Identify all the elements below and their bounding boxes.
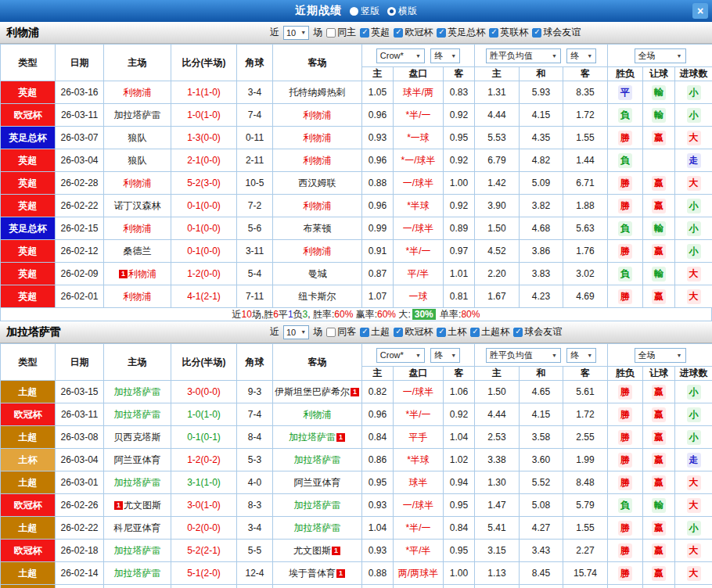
team-name: 狼队 — [128, 132, 147, 143]
result-goals-cell: 大 — [675, 494, 712, 517]
avg-draw-odds: 4.65 — [520, 381, 563, 403]
match-row: 土杯26-03-04阿兰亚体育1-2(0-2)5-3加拉塔萨雷0.86*半球1.… — [1, 449, 712, 471]
match-date: 26-02-15 — [56, 217, 104, 240]
league-filter[interactable]: 球会友谊 — [532, 26, 581, 39]
near-label: 近 — [270, 325, 279, 339]
result-pill: 小 — [687, 407, 701, 422]
league-filter[interactable]: 英联杯 — [489, 26, 528, 39]
league-filter[interactable]: 欧冠杯 — [394, 325, 433, 339]
away-team-cell: 埃于普体育1 — [273, 562, 362, 585]
chevron-down-icon: ▼ — [677, 53, 682, 59]
result-wdl-cell: 勝 — [608, 585, 643, 588]
league-filters: 土超欧冠杯土杯土超杯球会友谊 — [360, 325, 562, 339]
league-filter[interactable]: 球会友谊 — [513, 325, 562, 339]
layout-horizontal-radio[interactable]: 横版 — [387, 5, 417, 18]
team-name: 加拉塔萨雷 — [294, 522, 341, 533]
odds-final-select[interactable]: 终▼ — [430, 348, 460, 363]
result-pill: 小 — [687, 521, 701, 536]
league-badge: 欧冠杯 — [1, 494, 56, 517]
home-team-cell: 诺丁汉森林 — [104, 195, 171, 217]
col-header-score: 比分(半场) — [171, 45, 237, 81]
home-team-cell: 加拉塔萨雷 — [104, 104, 171, 127]
score-cell: 1-3(0-0) — [171, 127, 237, 149]
avg-away-odds: 1.76 — [563, 240, 608, 263]
odds-group-header: Crow*▼ 终▼ — [362, 344, 475, 367]
match-date: 26-03-04 — [56, 149, 104, 172]
handicap-away-odds: 0.89 — [444, 217, 475, 240]
team-name: 利物浦 — [124, 223, 152, 234]
league-filter[interactable]: 英足总杯 — [437, 26, 485, 39]
team-name: 加拉塔萨雷 — [114, 409, 161, 420]
result-pill: 大 — [687, 498, 701, 513]
result-pill: 大 — [687, 566, 701, 581]
league-filter[interactable]: 土杯 — [437, 325, 466, 339]
dialog-title: 近期战绩 — [295, 4, 342, 18]
result-handicap-cell: 贏 — [643, 585, 675, 588]
league-filter-label: 英超 — [371, 26, 390, 39]
odds-source-select[interactable]: Crow*▼ — [376, 48, 425, 63]
score-cell: 4-1(2-1) — [171, 285, 237, 308]
corners-cell: 3-11 — [237, 240, 273, 263]
avg-away-odds: 5.63 — [563, 217, 608, 240]
home-team-cell: 加拉塔萨雷 — [104, 562, 171, 585]
league-badge: 土超 — [1, 517, 56, 540]
score-cell: 0-1(0-1) — [171, 426, 237, 449]
avg-home-odds: 4.39 — [475, 585, 520, 588]
summary-segment: 60% — [334, 309, 353, 320]
handicap-line: 两/两球半 — [394, 562, 444, 585]
home-team-cell: 利物浦 — [104, 81, 171, 104]
odds-final-select[interactable]: 终▼ — [430, 48, 460, 63]
score-cell: 3-1(1-0) — [171, 471, 237, 494]
result-pill: 贏 — [652, 407, 666, 422]
chevron-down-icon: ▼ — [552, 353, 557, 358]
same-venue-filter[interactable]: 同客 — [326, 325, 356, 339]
fullmatch-select[interactable]: 全场▼ — [635, 48, 686, 63]
odds-source-select[interactable]: Crow*▼ — [376, 348, 425, 363]
avg-home-odds: 1.31 — [475, 81, 520, 104]
team-name: 科尼亚体育 — [114, 522, 161, 533]
same-venue-filter[interactable]: 同主 — [326, 26, 356, 39]
match-date: 26-03-04 — [56, 449, 104, 471]
close-button[interactable]: × — [692, 3, 708, 19]
avg-home-odds: 5.41 — [475, 517, 520, 540]
odds-final-value: 终 — [434, 50, 443, 62]
match-date: 26-02-08 — [56, 585, 104, 588]
result-pill: 輸 — [652, 221, 666, 236]
result-pill: 贏 — [652, 176, 666, 191]
match-row: 英足总杯26-03-07狼队1-3(0-0)0-11利物浦0.93*一球0.95… — [1, 127, 712, 149]
handicap-away-odds: 0.92 — [444, 104, 475, 127]
fullmatch-select[interactable]: 全场▼ — [635, 348, 686, 363]
team-name: 利物浦 — [124, 291, 152, 302]
result-pill: 勝 — [618, 543, 632, 558]
sub-header-result-handicap: 让球 — [643, 367, 675, 381]
result-pill: 小 — [687, 108, 701, 123]
corners-cell: 4-0 — [237, 471, 273, 494]
recent-count-select[interactable]: 10 ▼ — [283, 26, 309, 40]
league-filter-label: 土超 — [371, 325, 390, 339]
league-filter[interactable]: 英超 — [360, 26, 390, 39]
avg-final-select[interactable]: 终▼ — [566, 348, 596, 363]
result-pill: 勝 — [618, 289, 632, 304]
handicap-line: 一/球半 — [394, 217, 444, 240]
handicap-away-odds: 1.00 — [444, 562, 475, 585]
handicap-line: 平手 — [394, 426, 444, 449]
home-team-cell: 加拉塔萨雷 — [104, 540, 171, 562]
handicap-away-odds: 1.04 — [444, 426, 475, 449]
avg-select[interactable]: 胜平负均值▼ — [486, 348, 561, 363]
result-handicap-cell: 輸 — [643, 494, 675, 517]
result-handicap-cell: 贏 — [643, 449, 675, 471]
league-filter[interactable]: 土超杯 — [470, 325, 509, 339]
handicap-home-odds: 1.05 — [362, 81, 394, 104]
corners-cell: 12-4 — [237, 562, 273, 585]
avg-select[interactable]: 胜平负均值▼ — [486, 48, 561, 63]
avg-final-select[interactable]: 终▼ — [566, 48, 596, 63]
recent-count-select[interactable]: 10 ▼ — [283, 325, 309, 339]
league-filter[interactable]: 欧冠杯 — [394, 26, 433, 39]
handicap-home-odds: 0.83 — [362, 585, 394, 588]
match-date: 26-02-14 — [56, 562, 104, 585]
handicap-away-odds: 0.95 — [444, 540, 475, 562]
avg-away-odds: 1.55 — [563, 517, 608, 540]
league-filter[interactable]: 土超 — [360, 325, 390, 339]
sub-header-handicap-line: 盘口 — [394, 67, 444, 81]
layout-vertical-radio[interactable]: 竖版 — [350, 5, 379, 18]
